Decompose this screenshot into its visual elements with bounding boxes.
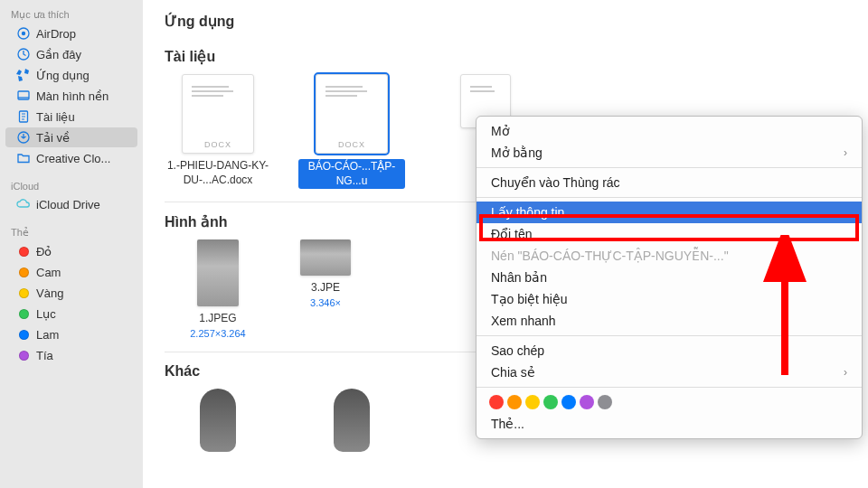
file-item[interactable]: 1.JPEG 2.257×3.264 bbox=[165, 239, 271, 339]
file-dimensions: 3.346× bbox=[310, 297, 341, 308]
cloud-icon bbox=[16, 197, 31, 211]
main-content: Ứng dụng Tài liệu DOCX 1.-PHIEU-DANG-KY-… bbox=[143, 0, 868, 488]
file-item[interactable] bbox=[165, 389, 271, 452]
sidebar-item-recent[interactable]: Gần đây bbox=[5, 44, 137, 64]
section-apps: Ứng dụng bbox=[165, 13, 846, 30]
sidebar-item-creative-cloud[interactable]: Creative Clo... bbox=[5, 148, 137, 168]
tag-color-bubble[interactable] bbox=[525, 395, 540, 409]
file-item[interactable]: 3.JPE 3.346× bbox=[298, 239, 353, 308]
icloud-header: iCloud bbox=[0, 177, 143, 193]
tag-color-bubble[interactable] bbox=[598, 395, 612, 409]
menu-alias[interactable]: Tạo biệt hiệu bbox=[476, 288, 862, 310]
favorites-header: Mục ưa thích bbox=[0, 5, 143, 23]
tag-label: Đỏ bbox=[36, 245, 52, 258]
file-item-selected[interactable]: DOCX BÁO-CÁO-...TẬP-NG...u bbox=[298, 74, 405, 189]
image-thumbnail bbox=[197, 239, 239, 306]
menu-open[interactable]: Mở bbox=[476, 120, 862, 142]
tag-label: Cam bbox=[36, 266, 61, 279]
airdrop-icon bbox=[16, 26, 31, 41]
menu-trash[interactable]: Chuyển vào Thùng rác bbox=[476, 172, 862, 193]
tag-color-bubble[interactable] bbox=[561, 395, 576, 409]
menu-separator bbox=[476, 197, 862, 198]
sidebar-item-airdrop[interactable]: AirDrop bbox=[5, 23, 137, 43]
tag-label: Vàng bbox=[36, 286, 63, 300]
sidebar-item-desktop[interactable]: Màn hình nền bbox=[5, 86, 137, 106]
sidebar-label: Tài liệu bbox=[36, 110, 75, 124]
tag-color-bubble[interactable] bbox=[489, 395, 504, 409]
menu-tag-colors[interactable] bbox=[476, 391, 862, 413]
tag-dot-icon bbox=[16, 244, 31, 258]
sidebar-tag-Tía[interactable]: Tía bbox=[5, 345, 137, 365]
tags-header: Thẻ bbox=[0, 223, 143, 240]
sidebar: Mục ưa thích AirDrop Gần đây Ứng dụng Mà… bbox=[0, 0, 143, 488]
downloads-icon bbox=[16, 130, 31, 145]
file-name: 1.JPEG bbox=[199, 312, 236, 326]
menu-share[interactable]: Chia sẻ› bbox=[476, 361, 862, 383]
context-menu: Mở Mở bằng› Chuyển vào Thùng rác Lấy thô… bbox=[476, 116, 863, 439]
menu-separator bbox=[476, 167, 862, 168]
menu-separator bbox=[476, 387, 862, 388]
sidebar-tag-Lục[interactable]: Lục bbox=[5, 304, 137, 324]
other-thumbnail bbox=[200, 389, 236, 452]
tag-label: Lam bbox=[36, 328, 59, 342]
docx-icon: DOCX bbox=[316, 74, 388, 154]
file-name: BÁO-CÁO-...TẬP-NG...u bbox=[298, 159, 405, 189]
image-thumbnail bbox=[300, 239, 351, 276]
tag-color-bubble[interactable] bbox=[543, 395, 558, 409]
menu-compress[interactable]: Nén "BÁO-CÁO-THỰC-TẬP-NGUYỄN-..." bbox=[476, 245, 862, 267]
menu-get-info[interactable]: Lấy thông tin bbox=[476, 202, 862, 223]
sidebar-label: Creative Clo... bbox=[36, 152, 110, 165]
file-name: 3.JPE bbox=[311, 281, 340, 296]
clock-icon bbox=[16, 47, 31, 61]
tag-dot-icon bbox=[16, 348, 31, 362]
sidebar-label: AirDrop bbox=[36, 27, 76, 41]
svg-rect-3 bbox=[18, 91, 29, 99]
menu-copy[interactable]: Sao chép bbox=[476, 340, 862, 361]
menu-tags[interactable]: Thẻ... bbox=[476, 413, 862, 435]
documents-icon bbox=[16, 109, 31, 124]
tag-dot-icon bbox=[16, 286, 31, 300]
apps-icon bbox=[16, 68, 31, 82]
tag-color-bubble[interactable] bbox=[580, 395, 594, 409]
sidebar-label: iCloud Drive bbox=[36, 198, 100, 211]
tag-dot-icon bbox=[16, 265, 31, 279]
sidebar-tag-Đỏ[interactable]: Đỏ bbox=[5, 241, 137, 261]
section-docs: Tài liệu bbox=[165, 48, 846, 65]
file-item[interactable]: DOCX 1.-PHIEU-DANG-KY-DU-...AC.docx bbox=[165, 74, 271, 187]
file-dimensions: 2.257×3.264 bbox=[190, 328, 245, 339]
menu-duplicate[interactable]: Nhân bản bbox=[476, 267, 862, 288]
other-thumbnail bbox=[334, 389, 370, 452]
sidebar-tag-Lam[interactable]: Lam bbox=[5, 324, 137, 344]
tag-dot-icon bbox=[16, 306, 31, 321]
chevron-right-icon: › bbox=[844, 366, 847, 379]
tag-label: Lục bbox=[36, 307, 56, 321]
file-item[interactable] bbox=[298, 389, 405, 452]
chevron-right-icon: › bbox=[844, 146, 847, 159]
svg-point-1 bbox=[22, 32, 25, 35]
docx-icon: DOCX bbox=[182, 74, 254, 154]
folder-icon bbox=[16, 151, 31, 165]
sidebar-item-icloud-drive[interactable]: iCloud Drive bbox=[5, 194, 137, 214]
tag-dot-icon bbox=[16, 327, 31, 342]
menu-separator bbox=[476, 335, 862, 336]
menu-rename[interactable]: Đổi tên bbox=[476, 223, 862, 245]
sidebar-label: Gần đây bbox=[36, 48, 81, 61]
menu-open-with[interactable]: Mở bằng› bbox=[476, 142, 862, 164]
sidebar-item-documents[interactable]: Tài liệu bbox=[5, 107, 137, 127]
sidebar-item-downloads[interactable]: Tải về bbox=[5, 127, 137, 147]
sidebar-tag-Cam[interactable]: Cam bbox=[5, 262, 137, 282]
sidebar-label: Tải về bbox=[36, 131, 70, 145]
tag-label: Tía bbox=[36, 349, 53, 362]
tag-color-bubble[interactable] bbox=[507, 395, 522, 409]
sidebar-label: Ứng dụng bbox=[36, 69, 90, 82]
sidebar-tag-Vàng[interactable]: Vàng bbox=[5, 283, 137, 303]
menu-quicklook[interactable]: Xem nhanh bbox=[476, 310, 862, 332]
file-name: 1.-PHIEU-DANG-KY-DU-...AC.docx bbox=[165, 159, 271, 187]
sidebar-item-applications[interactable]: Ứng dụng bbox=[5, 65, 137, 85]
sidebar-label: Màn hình nền bbox=[36, 89, 108, 103]
desktop-icon bbox=[16, 89, 31, 103]
